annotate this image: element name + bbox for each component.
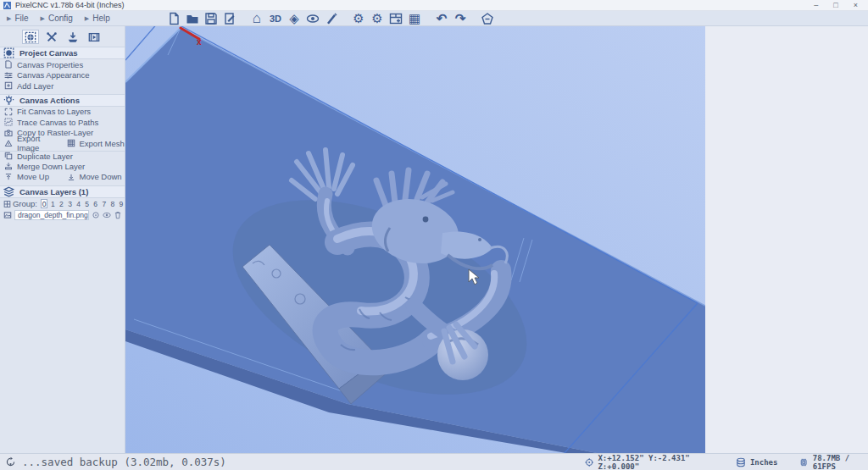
memory-fps-readout: 78.7MB / 61FPS: [813, 454, 868, 470]
move-up-item[interactable]: Move Up: [0, 172, 63, 183]
grid-view-icon[interactable]: ▦: [407, 11, 422, 26]
status-bar: ...saved backup (3.02mb, 0.037s) X:+12.1…: [0, 453, 868, 470]
save-project-icon[interactable]: [203, 11, 219, 26]
edit-project-icon[interactable]: [222, 11, 237, 26]
layer-group-row: Group: 0 1 2 3 4 5 6 7 8 9: [0, 198, 125, 209]
layer-delete-trash-icon[interactable]: [114, 211, 122, 219]
viewport-render: x: [125, 26, 705, 453]
axis-x-label: x: [197, 37, 202, 47]
reset-view-icon[interactable]: [480, 11, 495, 26]
export-image-icon: [4, 139, 13, 147]
section-canvas-actions[interactable]: Canvas Actions: [0, 94, 125, 107]
menu-file[interactable]: ▶ File: [7, 14, 29, 23]
group-8[interactable]: 8: [109, 199, 116, 208]
canvas-actions-bulb-icon: [3, 95, 14, 106]
show-canvas-eye-icon[interactable]: [305, 11, 320, 26]
properties-page-icon: [4, 60, 13, 69]
close-button[interactable]: ×: [854, 2, 858, 9]
merge-down-item[interactable]: Merge Down Layer: [0, 161, 125, 172]
merge-down-icon: [4, 162, 13, 170]
fit-arrows-icon: [4, 108, 13, 116]
home-view-icon[interactable]: ⌂: [249, 11, 264, 26]
export-image-item[interactable]: Export Image: [0, 138, 63, 149]
trace-canvas-item[interactable]: Trace Canvas to Paths: [0, 117, 125, 128]
redo-icon[interactable]: ↷: [453, 11, 468, 26]
group-4[interactable]: 4: [75, 199, 82, 208]
layer-visibility-eye-icon[interactable]: [103, 211, 111, 219]
move-up-icon: [4, 173, 13, 181]
menu-arrow-icon: ▶: [85, 15, 89, 22]
open-project-icon[interactable]: [185, 11, 200, 26]
menu-config[interactable]: ▶ Config: [41, 14, 73, 23]
tab-canvas[interactable]: [22, 30, 39, 44]
group-2[interactable]: 2: [58, 199, 64, 208]
tab-cam[interactable]: [64, 30, 81, 44]
layer-row[interactable]: dragon_depth_fin.png: [0, 209, 125, 221]
backup-spinner-icon: [5, 456, 16, 467]
layer-focus-icon[interactable]: [92, 211, 100, 219]
add-viewport-icon[interactable]: [388, 11, 403, 26]
trace-paths-icon: [4, 118, 13, 126]
units-stack-icon: [736, 457, 746, 467]
perspective-view-icon[interactable]: ◈: [287, 11, 302, 26]
airbrush-icon[interactable]: [324, 11, 339, 26]
project-canvas-icon: [3, 47, 14, 58]
camera-icon: [4, 129, 13, 137]
export-mesh-icon: [67, 139, 75, 147]
group-6[interactable]: 6: [92, 199, 99, 208]
new-project-icon[interactable]: [166, 11, 181, 26]
export-mesh-item[interactable]: Export Mesh: [63, 138, 125, 149]
left-panel: Project Canvas Canvas Properties Canvas …: [0, 26, 125, 453]
group-9[interactable]: 9: [118, 199, 125, 208]
canvas-properties-item[interactable]: Canvas Properties: [0, 59, 125, 70]
cam-settings-gear-icon[interactable]: ⚙: [370, 11, 385, 26]
add-layer-item[interactable]: Add Layer: [0, 80, 125, 91]
menu-arrow-icon: ▶: [7, 15, 11, 22]
section-canvas-layers[interactable]: Canvas Layers (1): [0, 185, 125, 198]
group-5[interactable]: 5: [84, 199, 91, 208]
memory-chip-icon: [799, 457, 808, 467]
minimize-button[interactable]: –: [814, 2, 818, 9]
panel-tabs: [0, 26, 125, 47]
plus-box-icon: [4, 81, 13, 90]
maximize-button[interactable]: □: [833, 2, 837, 9]
duplicate-layer-item[interactable]: Duplicate Layer: [0, 151, 125, 162]
status-message: ...saved backup (3.02mb, 0.037s): [22, 456, 226, 468]
window-title: PixelCNC v1.78b 64-bit (Inches): [15, 1, 125, 9]
app-icon: [3, 2, 11, 9]
move-down-item[interactable]: Move Down: [63, 172, 125, 183]
group-1[interactable]: 1: [49, 199, 56, 208]
units-label[interactable]: Inches: [750, 458, 778, 467]
layer-name-field[interactable]: dragon_depth_fin.png: [14, 210, 89, 220]
cursor-coordinates: X:+12.152" Y:-2.431" Z:+0.000": [598, 454, 717, 470]
undo-icon[interactable]: ↶: [434, 11, 449, 26]
move-down-icon: [67, 173, 75, 181]
menu-bar: ▶ File ▶ Config ▶ Help: [0, 14, 110, 23]
main-toolbar: ⌂ 3D ◈ ⚙ ⚙ ▦ ↶ ↷: [166, 9, 495, 28]
image-icon: [3, 211, 12, 219]
section-project-canvas[interactable]: Project Canvas: [0, 47, 125, 59]
group-icon: [3, 200, 11, 208]
sliders-icon: [4, 71, 13, 80]
duplicate-icon: [4, 152, 13, 160]
canvas-appearance-item[interactable]: Canvas Appearance: [0, 70, 125, 81]
3d-view-icon[interactable]: 3D: [268, 11, 283, 26]
tab-tools[interactable]: [43, 30, 60, 44]
menu-toolbar-strip: ▶ File ▶ Config ▶ Help ⌂ 3D ◈ ⚙ ⚙: [0, 11, 868, 26]
3d-viewport[interactable]: x: [125, 26, 705, 453]
viewport-margin: [705, 26, 868, 453]
menu-help[interactable]: ▶ Help: [85, 14, 110, 23]
tab-simulation[interactable]: [86, 30, 103, 44]
fit-canvas-item[interactable]: Fit Canvas to Layers: [0, 107, 125, 118]
menu-arrow-icon: ▶: [41, 15, 45, 22]
group-3[interactable]: 3: [66, 199, 73, 208]
group-0[interactable]: 0: [41, 199, 47, 208]
layers-stack-icon: [3, 186, 14, 197]
canvas-settings-gear-icon[interactable]: ⚙: [351, 11, 366, 26]
position-crosshair-icon: [585, 457, 593, 467]
group-7[interactable]: 7: [101, 199, 108, 208]
